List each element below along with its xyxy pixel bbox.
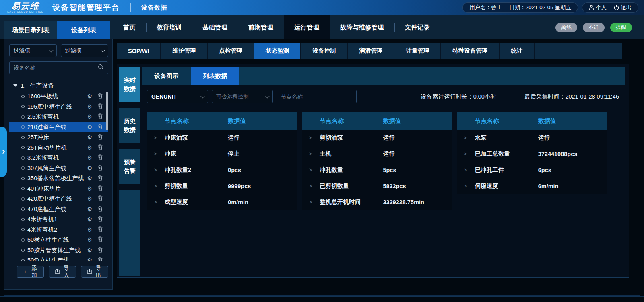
subnav-item[interactable]: 维护管理 — [161, 43, 208, 59]
table-row[interactable]: >冲床停止 — [147, 146, 297, 162]
trash-icon[interactable] — [98, 185, 103, 192]
trash-icon[interactable] — [98, 113, 103, 120]
panel-tab-devices[interactable]: 设备列表 — [57, 21, 110, 39]
table-row[interactable]: >伺服速度6m/min — [457, 178, 607, 194]
tree-item[interactable]: 195底中框生产线⚙ — [9, 102, 108, 112]
panel-tab-scenes[interactable]: 场景目录列表 — [4, 21, 57, 39]
tree-item[interactable]: 2.5米折弯机⚙ — [9, 112, 108, 122]
tree-item[interactable]: 4米折弯机1⚙ — [9, 214, 108, 225]
tree-item[interactable]: 25T自动垫片机⚙ — [9, 143, 108, 153]
subnav-item[interactable]: SOP/WI — [117, 43, 161, 59]
tree-scrollbar[interactable] — [106, 92, 108, 130]
gear-icon[interactable]: ⚙ — [87, 216, 92, 223]
subnav-item[interactable]: 计量管理 — [394, 43, 441, 59]
subnav-item[interactable]: 设备控制 — [301, 43, 348, 59]
gear-icon[interactable]: ⚙ — [87, 144, 92, 151]
node-name-input[interactable] — [277, 90, 357, 103]
trash-icon[interactable] — [98, 124, 103, 131]
trash-icon[interactable] — [98, 134, 103, 141]
trash-icon[interactable] — [98, 216, 103, 223]
import-button[interactable]: 导入 — [49, 266, 76, 278]
row-expand-icon[interactable]: > — [147, 183, 164, 189]
filter-select-1[interactable]: 过滤项 — [9, 44, 57, 57]
subnav-item[interactable]: 特种设备管理 — [441, 43, 500, 59]
filter-select-2[interactable]: 过滤项 — [61, 44, 108, 57]
tree-item[interactable]: 350播水盆盖板生产线⚙ — [9, 173, 108, 184]
personal-button[interactable]: 个人 — [589, 4, 607, 11]
subnav-item[interactable]: 点检管理 — [208, 43, 254, 59]
row-expand-icon[interactable]: > — [147, 167, 164, 173]
trash-icon[interactable] — [98, 236, 103, 243]
trash-icon[interactable] — [98, 195, 103, 202]
main-nav-item[interactable]: 教育培训 — [146, 15, 192, 39]
export-button[interactable]: 导出 — [81, 266, 108, 278]
row-expand-icon[interactable]: > — [302, 199, 319, 205]
main-nav-item[interactable]: 故障与维修管理 — [330, 15, 394, 39]
row-expand-icon[interactable]: > — [457, 167, 474, 173]
gear-icon[interactable]: ⚙ — [87, 93, 92, 100]
tree-item[interactable]: 50角立柱生产线⚙ — [9, 255, 108, 261]
trash-icon[interactable] — [98, 165, 103, 172]
main-nav-item[interactable]: 基础管理 — [192, 15, 238, 39]
trash-icon[interactable] — [98, 144, 103, 151]
table-row[interactable]: >成型速度0m/min — [147, 194, 297, 210]
content-tab[interactable]: 列表数据 — [191, 67, 239, 85]
table-row[interactable]: >冲孔数量5pcs — [302, 162, 452, 178]
gear-icon[interactable]: ⚙ — [87, 154, 92, 161]
tree-item[interactable]: 3.2米折弯机⚙ — [9, 153, 108, 163]
tree-item[interactable]: 50横立柱生产线⚙ — [9, 235, 108, 245]
row-expand-icon[interactable]: > — [147, 135, 164, 141]
gear-icon[interactable]: ⚙ — [87, 206, 92, 213]
vertical-tab[interactable]: 实时数据 — [119, 67, 140, 102]
gear-icon[interactable]: ⚙ — [87, 165, 92, 172]
content-tab[interactable]: 设备图示 — [142, 67, 191, 85]
status-badge[interactable]: 不详 — [583, 23, 605, 32]
tree-item[interactable]: 1600平板线⚙ — [9, 91, 108, 102]
table-row[interactable]: >已冲孔工件6pcs — [457, 162, 607, 178]
trash-icon[interactable] — [98, 247, 103, 254]
gear-icon[interactable]: ⚙ — [87, 103, 92, 110]
row-expand-icon[interactable]: > — [147, 199, 164, 205]
row-expand-icon[interactable]: > — [302, 151, 319, 157]
table-row[interactable]: >剪切数量9999pcs — [147, 178, 297, 194]
table-row[interactable]: >冲孔数量20pcs — [147, 162, 297, 178]
trash-icon[interactable] — [98, 103, 103, 110]
vertical-tab[interactable]: 历史数据 — [119, 108, 140, 143]
gear-icon[interactable]: ⚙ — [87, 226, 92, 233]
table-row[interactable]: >水泵运行 — [457, 130, 607, 146]
search-icon[interactable] — [98, 64, 104, 72]
main-nav-item[interactable]: 文件记录 — [394, 15, 440, 39]
gear-icon[interactable]: ⚙ — [87, 185, 92, 192]
trash-icon[interactable] — [98, 154, 103, 161]
gear-icon[interactable]: ⚙ — [87, 124, 92, 131]
add-device-button[interactable]: ＋ 添加 — [17, 266, 44, 278]
gear-icon[interactable]: ⚙ — [87, 257, 92, 261]
row-expand-icon[interactable]: > — [302, 167, 319, 173]
gear-icon[interactable]: ⚙ — [87, 247, 92, 254]
logout-button[interactable]: 退出 — [614, 4, 632, 11]
gear-icon[interactable]: ⚙ — [87, 195, 92, 202]
subnav-item[interactable]: 统计 — [500, 43, 535, 59]
gear-icon[interactable]: ⚙ — [87, 113, 92, 120]
tree-item[interactable]: 50胶片管支撑生产线⚙ — [9, 245, 108, 256]
main-nav-item[interactable]: 前期管理 — [238, 15, 284, 39]
trash-icon[interactable] — [98, 257, 103, 261]
tree-item[interactable]: 420底中框生产线⚙ — [9, 194, 108, 204]
vertical-tab[interactable]: 预警告警 — [119, 149, 140, 184]
unit-select[interactable]: GENUNIT — [147, 90, 208, 103]
main-nav-item[interactable]: 运行管理 — [284, 15, 330, 39]
gear-icon[interactable]: ⚙ — [87, 236, 92, 243]
trash-icon[interactable] — [98, 226, 103, 233]
sidebar-collapse-toggle[interactable] — [0, 127, 7, 177]
row-expand-icon[interactable]: > — [147, 151, 164, 157]
row-expand-icon[interactable]: > — [302, 183, 319, 189]
gear-icon[interactable]: ⚙ — [87, 175, 92, 182]
row-expand-icon[interactable]: > — [457, 183, 474, 189]
row-expand-icon[interactable]: > — [457, 135, 474, 141]
status-badge[interactable]: 离线 — [555, 23, 577, 32]
status-badge[interactable]: 提醒 — [610, 23, 632, 32]
row-expand-icon[interactable]: > — [457, 151, 474, 157]
tree-item[interactable]: 210过道生产线⚙ — [9, 122, 108, 133]
subnav-item[interactable]: 状态监测 — [254, 43, 301, 59]
tree-item[interactable]: 40T冲床垫片⚙ — [9, 184, 108, 194]
